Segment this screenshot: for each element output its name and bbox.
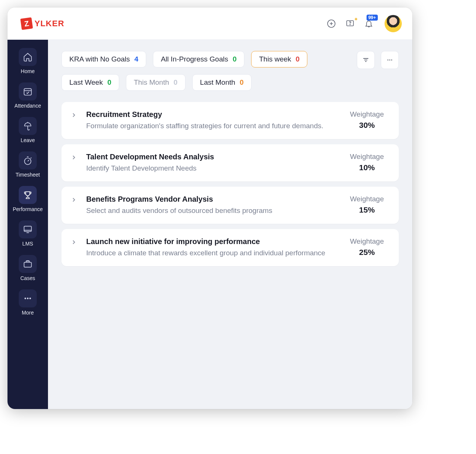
umbrella-icon bbox=[19, 117, 37, 135]
weightage-value: 30% bbox=[346, 121, 388, 130]
sidebar-item-leave[interactable]: Leave bbox=[7, 114, 48, 147]
filter-label: Last Month bbox=[200, 78, 235, 87]
svg-point-4 bbox=[350, 24, 350, 24]
app-frame: Z YLKER ✦ 99+ HomeAttendanceLeaveTimeshe… bbox=[7, 7, 412, 409]
kra-list: Recruitment StrategyFormulate organizati… bbox=[61, 102, 399, 266]
header-actions: ✦ 99+ bbox=[326, 15, 402, 32]
logo-text: YLKER bbox=[34, 19, 64, 28]
kra-card[interactable]: Benefits Programs Vendor AnalysisSelect … bbox=[61, 187, 399, 224]
dots-icon bbox=[19, 289, 37, 307]
kra-weightage: Weightage15% bbox=[346, 195, 388, 214]
svg-point-21 bbox=[29, 298, 31, 299]
filter-count: 0 bbox=[296, 55, 300, 63]
chevron-right-icon[interactable] bbox=[70, 112, 79, 118]
calendar-icon bbox=[19, 82, 37, 100]
more-icon[interactable] bbox=[381, 51, 399, 69]
filter-count: 0 bbox=[240, 78, 244, 87]
filter-count: 0 bbox=[174, 78, 178, 87]
briefcase-icon bbox=[19, 255, 37, 273]
filter-chip[interactable]: All In-Progress Goals0 bbox=[153, 51, 244, 67]
weightage-label: Weightage bbox=[346, 195, 388, 203]
filter-chip[interactable]: Last Week0 bbox=[61, 74, 119, 91]
logo-mark: Z bbox=[20, 17, 33, 30]
kra-title: Benefits Programs Vendor Analysis bbox=[86, 195, 340, 204]
sidebar-item-lms[interactable]: LMS bbox=[7, 217, 48, 250]
filter-label: KRA with No Goals bbox=[69, 55, 130, 63]
sidebar-item-label: Timesheet bbox=[7, 172, 48, 178]
kra-weightage: Weightage30% bbox=[346, 110, 388, 130]
svg-point-20 bbox=[27, 298, 28, 299]
svg-line-12 bbox=[31, 157, 31, 158]
chevron-right-icon[interactable] bbox=[70, 154, 79, 161]
stopwatch-icon bbox=[19, 151, 37, 169]
weightage-label: Weightage bbox=[346, 110, 388, 118]
home-icon bbox=[19, 48, 37, 66]
sidebar-item-timesheet[interactable]: Timesheet bbox=[7, 148, 48, 181]
kra-description: Identify Talent Development Needs bbox=[86, 164, 340, 172]
sidebar-item-label: More bbox=[7, 310, 48, 316]
screen-icon bbox=[19, 220, 37, 238]
sidebar-item-home[interactable]: Home bbox=[7, 45, 48, 78]
chevron-right-icon[interactable] bbox=[70, 239, 79, 246]
filter-label: All In-Progress Goals bbox=[161, 55, 228, 63]
sidebar-item-label: Attendance bbox=[7, 103, 48, 109]
svg-point-25 bbox=[388, 60, 389, 61]
svg-point-26 bbox=[389, 60, 391, 61]
avatar[interactable] bbox=[385, 15, 402, 32]
filter-label: This Month bbox=[134, 78, 169, 87]
filter-chip[interactable]: This Month0 bbox=[126, 74, 186, 91]
filter-label: This week bbox=[259, 55, 291, 63]
kra-title: Talent Development Needs Analysis bbox=[86, 153, 340, 161]
sidebar-item-label: Home bbox=[7, 68, 48, 74]
filter-count: 0 bbox=[233, 55, 237, 63]
sidebar-item-label: LMS bbox=[7, 241, 48, 247]
kra-card[interactable]: Launch new initiative for improving perf… bbox=[61, 229, 399, 266]
weightage-value: 15% bbox=[346, 205, 388, 214]
add-icon[interactable] bbox=[326, 18, 337, 29]
filter-chip[interactable]: Last Month0 bbox=[192, 74, 252, 91]
filter-chip[interactable]: This week0 bbox=[251, 51, 307, 67]
sidebar-item-label: Performance bbox=[7, 206, 48, 212]
filter-icon[interactable] bbox=[357, 51, 375, 69]
notifications-icon[interactable]: 99+ bbox=[364, 18, 374, 29]
list-actions bbox=[357, 51, 399, 69]
weightage-label: Weightage bbox=[346, 237, 388, 246]
help-icon[interactable]: ✦ bbox=[345, 18, 355, 29]
chevron-right-icon[interactable] bbox=[70, 196, 79, 203]
svg-rect-17 bbox=[24, 262, 31, 267]
logo[interactable]: Z YLKER bbox=[21, 18, 64, 29]
sidebar-item-label: Leave bbox=[7, 137, 48, 143]
sidebar-item-cases[interactable]: Cases bbox=[7, 252, 48, 285]
kra-title: Launch new initiative for improving perf… bbox=[86, 237, 340, 246]
notification-badge: 99+ bbox=[367, 15, 378, 21]
kra-description: Introduce a climate that rewards excelle… bbox=[86, 249, 340, 257]
svg-rect-14 bbox=[24, 226, 31, 231]
kra-weightage: Weightage10% bbox=[346, 153, 388, 172]
kra-card[interactable]: Talent Development Needs AnalysisIdentif… bbox=[61, 144, 399, 181]
weightage-label: Weightage bbox=[346, 153, 388, 161]
kra-body: Talent Development Needs AnalysisIdentif… bbox=[86, 153, 340, 172]
body: HomeAttendanceLeaveTimesheetPerformanceL… bbox=[7, 40, 412, 409]
kra-weightage: Weightage25% bbox=[346, 237, 388, 257]
main-content: KRA with No Goals4All In-Progress Goals0… bbox=[48, 40, 412, 409]
svg-line-10 bbox=[28, 160, 29, 161]
filter-chip[interactable]: KRA with No Goals4 bbox=[61, 51, 146, 67]
header: Z YLKER ✦ 99+ bbox=[7, 7, 412, 40]
filter-count: 4 bbox=[135, 55, 139, 63]
kra-description: Select and audits vendors of outsourced … bbox=[86, 207, 340, 215]
svg-point-9 bbox=[24, 158, 31, 165]
kra-description: Formulate organization's staffing strate… bbox=[86, 122, 340, 130]
svg-rect-5 bbox=[24, 88, 31, 95]
sidebar: HomeAttendanceLeaveTimesheetPerformanceL… bbox=[7, 40, 48, 409]
filter-label: Last Week bbox=[69, 78, 103, 87]
kra-body: Recruitment StrategyFormulate organizati… bbox=[86, 110, 340, 130]
svg-point-19 bbox=[24, 298, 26, 299]
weightage-value: 10% bbox=[346, 163, 388, 172]
filters-bar: KRA with No Goals4All In-Progress Goals0… bbox=[61, 51, 399, 91]
svg-point-27 bbox=[391, 60, 392, 61]
sidebar-item-performance[interactable]: Performance bbox=[7, 183, 48, 216]
sidebar-item-more[interactable]: More bbox=[7, 286, 48, 319]
weightage-value: 25% bbox=[346, 248, 388, 257]
sidebar-item-attendance[interactable]: Attendance bbox=[7, 79, 48, 112]
kra-card[interactable]: Recruitment StrategyFormulate organizati… bbox=[61, 102, 399, 139]
